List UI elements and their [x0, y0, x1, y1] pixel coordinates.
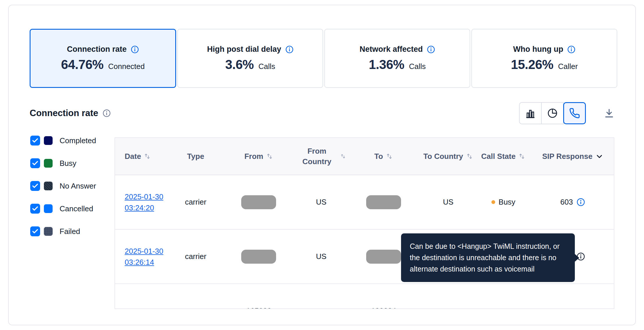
- column-header-date[interactable]: Date: [115, 151, 170, 162]
- type-cell: carrier: [170, 198, 221, 207]
- series-color-swatch: [44, 182, 53, 190]
- legend-item-failed[interactable]: Failed: [30, 226, 96, 236]
- series-color-swatch: [44, 204, 53, 213]
- from-cell: [221, 195, 297, 209]
- column-header-from-country[interactable]: From Country: [296, 146, 346, 167]
- stat-card-label: High post dial delay: [207, 45, 281, 54]
- column-label: SIP Response: [542, 151, 593, 162]
- stat-card-label: Connection rate: [67, 45, 127, 54]
- check-icon: [32, 182, 39, 189]
- dashboard-panel: Connection rate 64.76% Connected High po…: [8, 5, 636, 325]
- phone-view-button[interactable]: [563, 102, 586, 124]
- sort-icon[interactable]: [386, 153, 393, 160]
- stat-card-connection-rate[interactable]: Connection rate 64.76% Connected: [30, 29, 176, 88]
- legend-item-busy[interactable]: Busy: [30, 158, 96, 168]
- sip-response-tooltip: Can be due to <Hangup> TwiML instruction…: [401, 233, 575, 282]
- stat-card-unit: Caller: [558, 62, 578, 71]
- column-header-from[interactable]: From: [221, 151, 297, 162]
- column-label: To Country: [423, 151, 463, 162]
- legend-label: No Answer: [60, 182, 96, 191]
- redacted-number-pill: [366, 195, 401, 209]
- sort-icon[interactable]: [340, 153, 346, 160]
- stat-card-high-post-dial-delay[interactable]: High post dial delay 3.6% Calls: [177, 29, 323, 88]
- calls-table: Date Type From From Country To To Countr…: [115, 137, 614, 309]
- section-title: Connection rate: [30, 108, 98, 118]
- column-header-call-state[interactable]: Call State: [475, 151, 532, 162]
- info-icon[interactable]: [103, 109, 111, 117]
- sort-icon[interactable]: [266, 153, 273, 160]
- column-header-type: Type: [170, 151, 221, 162]
- column-header-to[interactable]: To: [346, 151, 421, 162]
- bar-chart-view-button[interactable]: [519, 102, 542, 124]
- info-icon[interactable]: [427, 45, 435, 54]
- redacted-number-pill: [241, 195, 276, 209]
- info-icon[interactable]: [577, 198, 585, 206]
- section-header: Connection rate: [30, 101, 617, 125]
- checkbox-checked[interactable]: [30, 181, 40, 191]
- tooltip-text: Can be due to <Hangup> TwiML instruction…: [410, 242, 560, 273]
- call-state-label: Busy: [499, 198, 516, 207]
- checkbox-checked[interactable]: [30, 204, 40, 214]
- info-icon[interactable]: [285, 45, 294, 54]
- check-icon: [32, 205, 39, 212]
- to-cell: 188284: [346, 306, 421, 309]
- checkbox-checked[interactable]: [30, 226, 40, 236]
- stat-card-network-affected[interactable]: Network affected 1.36% Calls: [324, 29, 470, 88]
- from-cell: 165038: [221, 306, 297, 309]
- date-cell: 2025-01-30 03:26:14: [115, 246, 170, 268]
- table-row: 2025-02- 165038 188284: [115, 284, 614, 309]
- info-icon[interactable]: [131, 45, 139, 54]
- legend-item-cancelled[interactable]: Cancelled: [30, 204, 96, 214]
- checkbox-checked[interactable]: [30, 136, 40, 146]
- date-cell: 2025-02-: [115, 306, 170, 309]
- stat-card-value: 15.26%: [511, 57, 553, 72]
- sort-icon[interactable]: [518, 153, 525, 160]
- check-icon: [32, 228, 39, 235]
- stat-card-who-hung-up[interactable]: Who hung up 15.26% Caller: [471, 29, 617, 88]
- column-header-sip-response[interactable]: SIP Response: [532, 151, 614, 162]
- chevron-down-icon[interactable]: [595, 152, 603, 160]
- bar-chart-icon: [525, 107, 536, 119]
- stat-card-value: 64.76%: [61, 57, 103, 72]
- from-country-cell: US: [296, 252, 346, 261]
- call-date-link[interactable]: 2025-01-30 03:26:14: [125, 246, 165, 268]
- column-label: Call State: [481, 151, 516, 162]
- sort-icon[interactable]: [144, 153, 151, 160]
- type-cell: carrier: [170, 252, 221, 261]
- stat-card-unit: Connected: [108, 62, 145, 71]
- column-label: To: [374, 151, 383, 162]
- series-color-swatch: [44, 159, 53, 168]
- legend-item-completed[interactable]: Completed: [30, 136, 96, 146]
- sort-icon[interactable]: [466, 153, 473, 160]
- sip-code: 603: [560, 198, 573, 207]
- stat-card-unit: Calls: [258, 62, 275, 71]
- call-date-link[interactable]: 2025-01-30 03:24:20: [125, 191, 165, 213]
- pie-chart-view-button[interactable]: [541, 102, 564, 124]
- info-icon[interactable]: [567, 45, 575, 54]
- legend-label: Completed: [60, 136, 96, 145]
- view-toolbar: [519, 102, 617, 124]
- call-state-cell: Busy: [475, 198, 532, 207]
- redacted-number-pill: [241, 250, 276, 264]
- table-header-row: Date Type From From Country To To Countr…: [115, 138, 614, 175]
- checkbox-checked[interactable]: [30, 158, 40, 168]
- series-legend: Completed Busy No Answer Cancelled: [30, 136, 96, 236]
- to-country-cell: US: [421, 198, 475, 207]
- legend-label: Cancelled: [60, 204, 93, 213]
- column-label: Date: [125, 151, 141, 162]
- redacted-number-pill: [366, 250, 401, 264]
- view-toggle-group: [519, 102, 586, 124]
- phone-icon: [569, 108, 580, 119]
- call-date-link[interactable]: 2025-02-: [125, 306, 155, 309]
- download-button[interactable]: [601, 105, 617, 121]
- to-cell: [346, 195, 421, 209]
- pie-chart-icon: [547, 107, 558, 119]
- legend-item-no-answer[interactable]: No Answer: [30, 181, 96, 191]
- column-header-to-country[interactable]: To Country: [421, 151, 475, 162]
- stat-card-label: Network affected: [359, 45, 423, 54]
- check-icon: [32, 160, 39, 167]
- legend-label: Busy: [60, 159, 76, 168]
- stat-card-unit: Calls: [409, 62, 426, 71]
- busy-status-dot: [491, 200, 495, 204]
- column-label: From: [244, 151, 263, 162]
